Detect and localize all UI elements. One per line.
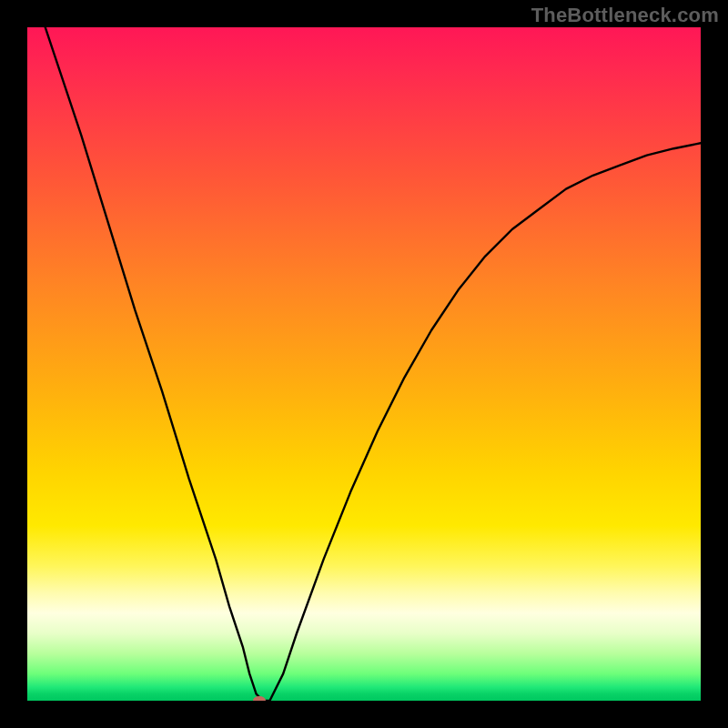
watermark-text: TheBottleneck.com [531,4,719,27]
plot-area [27,27,701,701]
minimum-marker-icon [253,696,266,701]
chart-frame: TheBottleneck.com [0,0,728,728]
bottleneck-curve [27,27,701,701]
